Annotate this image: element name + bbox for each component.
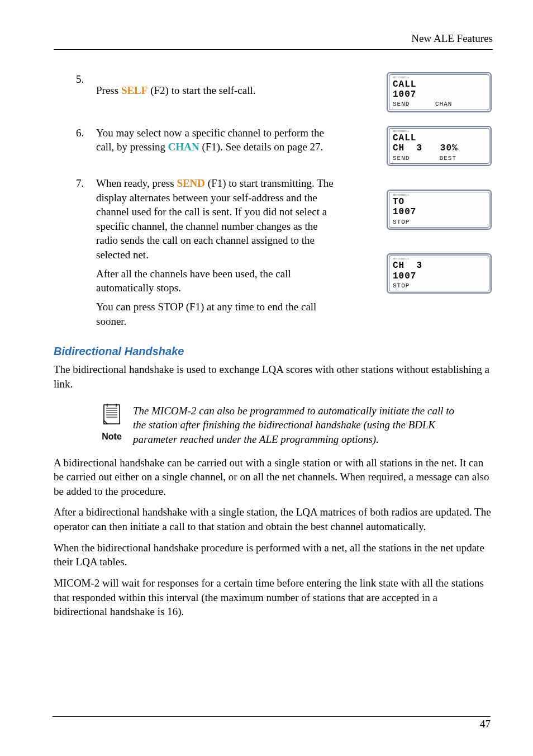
lcd1-line2: 1007 — [393, 89, 486, 100]
chan-key: CHAN — [168, 141, 199, 153]
step-7-text: When ready, press SEND (F1) to start tra… — [91, 176, 336, 333]
step-7-t2: (F1) to start transmitting. The display … — [96, 177, 334, 261]
lcd2-softkeys: SEND BEST — [393, 154, 486, 162]
step-5-row: 5. Press SELF (F2) to start the self-cal… — [54, 72, 493, 120]
step-6-t2: (F1). See details on page 27. — [199, 141, 323, 153]
lcd3-line1: TO — [393, 197, 486, 207]
self-key: SELF — [121, 84, 148, 96]
lcd2-line2: CH 3 30% — [393, 143, 486, 153]
step-6-text: You may select now a specific channel to… — [91, 126, 336, 159]
step-7-row: 7. When ready, press SEND (F1) to start … — [54, 176, 493, 333]
lcd3-line2: 1007 — [393, 207, 486, 217]
step-6-number: 6. — [54, 126, 91, 140]
step-7-p2: After all the channels have been used, t… — [96, 267, 336, 295]
bidir-p4: When the bidirectional handshake procedu… — [54, 541, 493, 569]
bidirectional-heading: Bidirectional Handshake — [54, 344, 493, 359]
note-text: The MICOM-2 can also be programmed to au… — [129, 404, 463, 447]
bidir-p3: After a bidirectional handshake with a s… — [54, 505, 493, 533]
lcd3-softkeys: STOP — [393, 218, 486, 226]
lcd4-line2: 1007 — [393, 271, 486, 281]
step-6-row: 6. You may select now a specific channel… — [54, 126, 493, 174]
bidir-p5: MICOM-2 will wait for responses for a ce… — [54, 576, 493, 619]
lcd-display-3: MOTOROLA TO 1007 STOP — [387, 190, 492, 230]
bidir-p1: The bidirectional handshake is used to e… — [54, 362, 493, 391]
lcd1-line1: CALL — [393, 79, 486, 89]
lcd-display-4: MOTOROLA CH 3 1007 STOP — [387, 253, 492, 294]
note-block: Note The MICOM-2 can also be programmed … — [54, 404, 493, 447]
step-5-prefix: Press — [96, 84, 121, 96]
step-5-number: 5. — [54, 72, 91, 87]
lcd1-softkeys: SEND CHAN — [393, 100, 486, 108]
bidir-p2: A bidirectional handshake can be carried… — [54, 456, 493, 499]
lcd-display-2: MOTOROLA CALL CH 3 30% SEND BEST — [387, 126, 492, 166]
page-number: 47 — [480, 717, 491, 731]
lcd4-line1: CH 3 — [393, 261, 486, 271]
send-key: SEND — [177, 177, 205, 189]
lcd4-softkeys: STOP — [393, 282, 486, 290]
note-icon — [101, 404, 123, 426]
step-7-t1: When ready, press — [96, 177, 177, 189]
note-label: Note — [95, 431, 129, 443]
step-5-suffix: (F2) to start the self-call. — [147, 84, 255, 96]
lcd2-line1: CALL — [393, 133, 486, 143]
page-header: New ALE Features — [54, 31, 493, 50]
lcd-display-1: MOTOROLA CALL 1007 SEND CHAN — [387, 72, 492, 112]
svg-rect-0 — [104, 405, 120, 424]
footer-rule — [53, 716, 491, 717]
step-5-text: Press SELF (F2) to start the self-call. — [91, 72, 336, 102]
step-7-number: 7. — [54, 176, 91, 191]
step-7-p3: You can press STOP (F1) at any time to e… — [96, 300, 336, 328]
